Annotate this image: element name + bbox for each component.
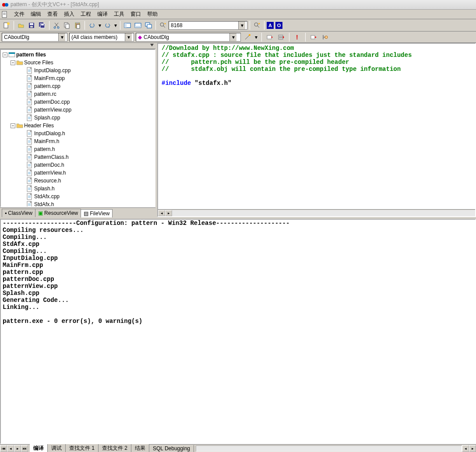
wizard-dropdown[interactable]: ▾	[254, 32, 258, 42]
badge-o[interactable]: O	[275, 22, 282, 29]
menu-edit[interactable]: 编辑	[28, 10, 44, 19]
collapse-icon[interactable]: −	[11, 123, 15, 128]
output-tab-compile[interactable]: 编译	[30, 444, 48, 452]
dropdown-icon[interactable]: ▾	[229, 33, 236, 41]
tab-next-icon[interactable]: ▸	[14, 445, 21, 452]
undo-button[interactable]	[87, 21, 97, 30]
tree-file-item[interactable]: PatternClass.h	[3, 153, 154, 161]
save-button[interactable]	[27, 21, 36, 30]
output-text[interactable]: --------------------Configuration: patte…	[0, 219, 476, 444]
tree-file-item[interactable]: pattern.h	[3, 145, 154, 153]
find-combo[interactable]: ▾	[169, 21, 247, 30]
output-tab-find1[interactable]: 查找文件 1	[66, 444, 99, 452]
collapse-icon[interactable]: −	[11, 60, 15, 65]
menu-compile[interactable]: 编译	[95, 10, 110, 19]
file-icon	[26, 193, 33, 200]
go-button[interactable]	[320, 32, 330, 42]
paste-button[interactable]	[73, 21, 82, 30]
file-label: patternDoc.h	[34, 162, 64, 168]
tree-file-item[interactable]: Splash.h	[3, 185, 154, 193]
compile-button[interactable]	[265, 32, 275, 42]
tab-prev-icon[interactable]: ◂	[7, 445, 14, 452]
tree-file-item[interactable]: patternView.cpp	[3, 106, 154, 114]
svg-rect-52	[28, 93, 31, 94]
editor-hscroll[interactable]: ◂ ▸	[158, 209, 475, 216]
tab-fileview[interactable]: ▤FileView	[81, 209, 113, 217]
copy-button[interactable]	[62, 21, 72, 30]
tab-first-icon[interactable]: ⏮	[0, 445, 7, 452]
output-tab-debug[interactable]: 调试	[48, 444, 66, 452]
stop-build-button[interactable]: !	[293, 32, 302, 42]
undo-dropdown[interactable]: ▾	[98, 21, 102, 30]
tab-resourceview[interactable]: ▣ResourceView	[35, 209, 81, 217]
find-input[interactable]	[169, 22, 238, 29]
tree-file-item[interactable]: Splash.cpp	[3, 114, 154, 122]
execute-button[interactable]	[309, 32, 318, 42]
scroll-left-icon[interactable]: ◂	[158, 210, 165, 216]
scroll-right-icon[interactable]: ▸	[165, 210, 172, 216]
output-tab-results[interactable]: 结果	[131, 444, 149, 452]
tree-file-item[interactable]: StdAfx.h	[3, 200, 154, 207]
menu-help[interactable]: 帮助	[145, 10, 160, 19]
tree-root-label[interactable]: pattern files	[16, 52, 46, 58]
tree-file-item[interactable]: pattern.rc	[3, 90, 154, 98]
members-combo-input[interactable]	[70, 34, 125, 41]
redo-dropdown[interactable]: ▾	[113, 21, 118, 30]
dropdown-icon[interactable]: ▾	[125, 33, 132, 41]
svg-point-28	[254, 23, 258, 26]
tree-file-item[interactable]: patternView.h	[3, 169, 154, 177]
menu-file[interactable]: 文件	[11, 10, 27, 19]
class-combo-input[interactable]	[2, 34, 58, 41]
menu-project[interactable]: 工程	[78, 10, 94, 19]
tree-file-item[interactable]: InputDialog.cpp	[3, 67, 154, 74]
svg-rect-104	[28, 203, 31, 204]
function-combo-input[interactable]	[142, 34, 229, 41]
class-combo[interactable]: ▾	[2, 33, 67, 42]
tree-file-item[interactable]: MainFrm.h	[3, 137, 154, 145]
svg-rect-97	[28, 189, 31, 189]
tree-file-item[interactable]: pattern.cpp	[3, 82, 154, 90]
tree-file-item[interactable]: StdAfx.cpp	[3, 193, 154, 200]
open-button[interactable]	[16, 21, 26, 30]
dropdown-icon[interactable]: ▾	[238, 21, 245, 29]
source-folder-label[interactable]: Source Files	[24, 60, 53, 66]
output-tab-find2[interactable]: 查找文件 2	[99, 444, 131, 452]
find-button[interactable]	[158, 21, 168, 30]
cut-button[interactable]	[52, 21, 61, 30]
header-folder-label[interactable]: Header Files	[24, 123, 54, 129]
file-label: StdAfx.h	[34, 201, 54, 207]
wizard-button[interactable]	[243, 32, 252, 42]
file-tree[interactable]: − pattern files − Source Files InputDial…	[0, 49, 155, 207]
collapse-icon[interactable]: −	[3, 53, 7, 57]
save-all-button[interactable]	[37, 21, 47, 30]
menu-window[interactable]: 窗口	[128, 10, 144, 19]
tab-classview[interactable]: ▪ClassView	[2, 209, 35, 217]
workspace-button[interactable]	[123, 21, 132, 30]
redo-button[interactable]	[103, 21, 113, 30]
menu-insert[interactable]: 插入	[61, 10, 77, 19]
scroll-left-icon[interactable]: ◂	[462, 445, 469, 452]
members-combo[interactable]: ▾	[69, 33, 134, 42]
pane-grip[interactable]	[0, 43, 155, 49]
tree-file-item[interactable]: Resource.h	[3, 177, 154, 185]
tree-file-item[interactable]: MainFrm.cpp	[3, 74, 154, 82]
tree-file-item[interactable]: patternDoc.cpp	[3, 98, 154, 106]
dropdown-icon[interactable]: ▾	[58, 33, 65, 41]
code-editor[interactable]: //Download by http://www.NewXing.com // …	[158, 44, 475, 209]
tree-file-item[interactable]: InputDialog.h	[3, 130, 154, 137]
output-tab-sql[interactable]: SQL Debugging	[149, 445, 194, 452]
scroll-right-icon[interactable]: ▸	[469, 445, 476, 452]
svg-rect-32	[279, 35, 283, 37]
tree-file-item[interactable]: patternDoc.h	[3, 161, 154, 169]
function-combo[interactable]: ◆ ▾	[136, 33, 241, 42]
menu-tools[interactable]: 工具	[111, 10, 127, 19]
build-button[interactable]	[276, 32, 286, 42]
tab-last-icon[interactable]: ⏭	[21, 445, 28, 452]
window-list-button[interactable]	[144, 21, 153, 30]
find-in-files-button[interactable]: ★	[252, 21, 262, 30]
new-text-button[interactable]	[2, 21, 11, 30]
file-icon	[26, 83, 33, 90]
menu-view[interactable]: 查看	[45, 10, 60, 19]
output-button[interactable]	[133, 21, 143, 30]
badge-a[interactable]: A	[267, 22, 274, 29]
